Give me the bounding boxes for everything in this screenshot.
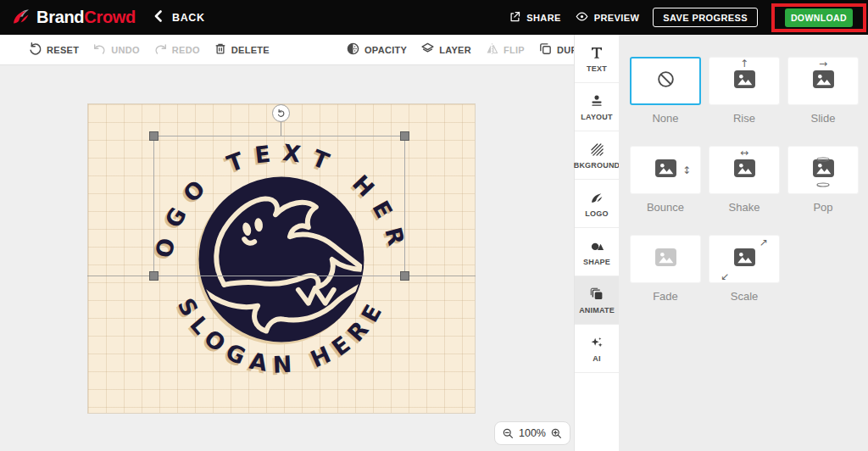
share-label: SHARE bbox=[526, 13, 561, 23]
layer-label: LAYER bbox=[439, 45, 471, 55]
download-button[interactable]: DOWNLOAD bbox=[785, 8, 853, 27]
reset-icon bbox=[28, 42, 42, 58]
animation-card-fade[interactable] bbox=[630, 235, 701, 283]
preview-label: PREVIEW bbox=[594, 13, 640, 23]
animation-card-scale[interactable]: ↗↙ bbox=[709, 235, 780, 283]
image-icon bbox=[812, 70, 835, 92]
animation-label: Slide bbox=[811, 112, 836, 125]
animation-card-rise[interactable]: ↑ bbox=[709, 57, 780, 105]
sidebar-tab-label: SHAPE bbox=[583, 258, 610, 266]
delete-button[interactable]: DELETE bbox=[214, 42, 270, 58]
zoom-level: 100% bbox=[519, 427, 546, 439]
animation-card-bounce[interactable]: ↕ bbox=[630, 146, 701, 194]
sidebar-tab-animate[interactable]: ANIMATE bbox=[575, 276, 619, 325]
animation-options-grid: None↑Rise→Slide↕Bounce↔ShakePopFade↗↙Sca… bbox=[619, 35, 868, 303]
animation-card-none[interactable] bbox=[630, 57, 701, 105]
animation-card-pop[interactable] bbox=[787, 146, 859, 194]
sidebar-tab-shape[interactable]: SHAPE bbox=[575, 228, 619, 276]
sidebar-tab-label: LOGO bbox=[585, 209, 608, 218]
canvas-toolbar: RESET UNDO REDO DELETE bbox=[0, 35, 574, 65]
rotate-ccw-icon bbox=[276, 106, 286, 121]
selection-handle-se[interactable] bbox=[400, 271, 409, 281]
image-icon bbox=[733, 159, 756, 181]
flip-icon bbox=[485, 42, 499, 58]
animation-label: None bbox=[652, 112, 678, 125]
undo-label: UNDO bbox=[111, 45, 140, 55]
sidebar-tab-bkground[interactable]: BKGROUND bbox=[575, 131, 619, 180]
ai-icon bbox=[589, 334, 604, 351]
brandcrowd-editor: BrandCrowd BACK SHARE PREVIEW SAVE PROGR… bbox=[0, 0, 868, 451]
selection-handle-sw[interactable] bbox=[149, 271, 159, 281]
chevron-left-icon bbox=[154, 10, 162, 25]
reset-label: RESET bbox=[47, 45, 79, 55]
share-button[interactable]: SHARE bbox=[509, 10, 561, 25]
opacity-icon bbox=[346, 42, 360, 58]
flip-button[interactable]: FLIP bbox=[485, 42, 525, 58]
sidebar-tab-label: TEXT bbox=[587, 64, 607, 73]
toolbar-center-group: OPACITY LAYER FLIP DUPLICATE bbox=[346, 35, 612, 64]
back-label: BACK bbox=[172, 12, 205, 24]
animation-label: Fade bbox=[653, 290, 678, 303]
reset-button[interactable]: RESET bbox=[28, 42, 79, 58]
arrow-vertical-icon: ↕ bbox=[682, 165, 691, 175]
sidebar-tab-label: BKGROUND bbox=[574, 161, 620, 170]
opacity-button[interactable]: OPACITY bbox=[346, 42, 407, 58]
brand-name-primary: Brand bbox=[36, 8, 84, 26]
eye-icon bbox=[575, 10, 589, 25]
sidebar-tab-label: AI bbox=[593, 354, 600, 363]
arrow-horizontal-icon: ↔ bbox=[740, 148, 748, 158]
arrow-up-icon: ↑ bbox=[740, 58, 748, 69]
redo-icon bbox=[153, 42, 168, 57]
shape-icon bbox=[589, 237, 605, 254]
selection-handle-nw[interactable] bbox=[149, 131, 159, 141]
rotation-handle[interactable] bbox=[272, 104, 290, 122]
save-progress-button[interactable]: SAVE PROGRESS bbox=[653, 8, 758, 27]
undo-button[interactable]: UNDO bbox=[92, 42, 140, 57]
sidebar-tab-label: ANIMATE bbox=[579, 306, 615, 315]
zoom-in-button[interactable] bbox=[551, 428, 562, 439]
animate-icon bbox=[589, 286, 604, 303]
animation-option-shake: ↔Shake bbox=[709, 146, 780, 214]
sidebar-tab-layout[interactable]: LAYOUT bbox=[575, 83, 619, 131]
animation-card-shake[interactable]: ↔ bbox=[709, 146, 780, 194]
selection-bounding-box[interactable] bbox=[153, 136, 405, 276]
toolbar-left-group: RESET UNDO REDO DELETE bbox=[28, 35, 270, 64]
arrow-up-right-icon: ↗ bbox=[760, 237, 768, 248]
image-icon bbox=[654, 248, 677, 270]
arrow-right-icon: → bbox=[819, 58, 827, 69]
image-icon bbox=[654, 159, 677, 181]
image-icon bbox=[733, 248, 756, 270]
delete-label: DELETE bbox=[231, 45, 270, 55]
layer-button[interactable]: LAYER bbox=[420, 42, 471, 58]
brand-name-secondary: Crowd bbox=[84, 8, 136, 26]
animation-option-fade: Fade bbox=[630, 235, 701, 303]
animation-option-rise: ↑Rise bbox=[709, 57, 780, 125]
sidebar-tabs: TEXTLAYOUTBKGROUNDLOGOSHAPEANIMATEAI bbox=[574, 35, 619, 451]
animation-label: Pop bbox=[813, 201, 832, 214]
pop-ripple-icon bbox=[816, 175, 830, 191]
redo-label: REDO bbox=[172, 45, 200, 55]
selection-handle-ne[interactable] bbox=[400, 131, 409, 141]
pop-ripple-icon bbox=[816, 150, 830, 165]
zoom-out-button[interactable] bbox=[503, 428, 514, 439]
sidebar-tab-label: LAYOUT bbox=[581, 113, 612, 121]
back-button[interactable]: BACK bbox=[154, 10, 205, 25]
animation-option-bounce: ↕Bounce bbox=[630, 146, 701, 214]
animation-card-slide[interactable]: → bbox=[787, 57, 859, 105]
animation-option-slide: →Slide bbox=[787, 57, 859, 125]
animation-label: Rise bbox=[733, 112, 755, 125]
none-icon bbox=[655, 69, 676, 93]
bkground-icon bbox=[589, 141, 604, 158]
sidebar-tab-text[interactable]: TEXT bbox=[575, 35, 619, 83]
sidebar-tab-ai[interactable]: AI bbox=[575, 325, 619, 373]
animation-option-pop: Pop bbox=[787, 146, 859, 214]
preview-button[interactable]: PREVIEW bbox=[575, 10, 640, 25]
annotation-highlight-box: DOWNLOAD bbox=[771, 3, 866, 32]
topbar-actions: SHARE PREVIEW SAVE PROGRESS DOWNLOAD bbox=[509, 3, 868, 32]
redo-button[interactable]: REDO bbox=[153, 42, 200, 57]
brand-logo[interactable]: BrandCrowd bbox=[11, 6, 136, 30]
zoom-control: 100% bbox=[494, 421, 570, 445]
sidebar-tab-logo[interactable]: LOGO bbox=[575, 180, 619, 228]
image-icon bbox=[733, 70, 756, 92]
animation-label: Bounce bbox=[647, 201, 684, 214]
